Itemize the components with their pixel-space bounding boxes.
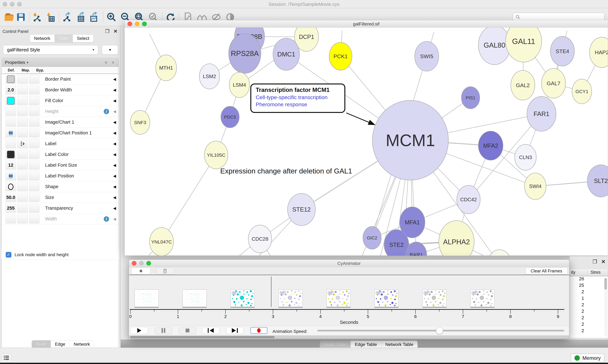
table-row[interactable]: 2 (567, 309, 608, 315)
mapping-cell[interactable] (17, 161, 28, 170)
bypass-cell[interactable] (29, 161, 40, 170)
frame-thumbnail-1[interactable] (182, 289, 207, 307)
expand-row-icon[interactable]: ◀ (113, 174, 116, 178)
import-table-icon[interactable] (45, 11, 56, 23)
expand-row-icon[interactable]: ◀ (113, 184, 116, 189)
mapping-cell[interactable] (17, 193, 28, 202)
default-value-cell[interactable] (6, 75, 16, 84)
bypass-cell[interactable] (29, 150, 40, 159)
tab-network[interactable]: Network (69, 340, 94, 348)
export-network-icon[interactable] (61, 11, 72, 23)
property-row-height[interactable]: Heighti◀ (2, 106, 119, 117)
tab-network[interactable]: Network (30, 35, 55, 42)
tab-node[interactable]: Node (32, 340, 51, 348)
property-row-transparency[interactable]: 255Transparency◀ (2, 203, 119, 214)
search-input[interactable] (521, 14, 600, 20)
close-panel-icon[interactable]: ✕ (601, 259, 606, 265)
expand-row-icon[interactable]: ◀ (113, 120, 116, 124)
bypass-cell[interactable] (29, 107, 40, 116)
mapping-cell[interactable] (17, 139, 28, 148)
network-window-titlebar[interactable]: galFiltered.sif (124, 20, 608, 27)
property-row-label-font-size[interactable]: 12Label Font Size◀ (2, 160, 119, 171)
zoom-in-icon[interactable] (106, 11, 117, 23)
expand-row-icon[interactable]: ◀ (113, 99, 116, 103)
bypass-cell[interactable] (29, 182, 40, 191)
bypass-cell[interactable] (29, 75, 40, 84)
expand-all-icon[interactable]: » (104, 60, 109, 65)
delete-frame-button[interactable] (156, 268, 174, 274)
default-value-cell[interactable]: 50.0 (6, 193, 16, 202)
table-row[interactable]: 2 (567, 322, 608, 328)
default-value-cell[interactable]: 12 (6, 161, 16, 170)
cyanimator-timeline[interactable]: 0123456789 Seconds (129, 276, 569, 325)
export-table-icon[interactable] (75, 11, 86, 23)
default-value-cell[interactable] (6, 150, 16, 159)
toggle-panels-button[interactable] (2, 353, 11, 362)
export-image-icon[interactable] (88, 11, 99, 23)
default-value-cell[interactable] (6, 96, 16, 105)
annotation-link[interactable]: Pheromone response (256, 101, 344, 107)
info-icon[interactable]: i (104, 109, 109, 114)
float-panel-icon[interactable]: ❐ (593, 259, 597, 265)
column-header[interactable]: Stres (591, 270, 601, 275)
save-session-icon[interactable] (15, 11, 27, 23)
lock-node-size-checkbox[interactable]: ✓ (6, 252, 11, 258)
default-value-cell[interactable]: 255 (6, 204, 16, 213)
default-value-cell[interactable] (6, 171, 16, 181)
expand-row-icon[interactable]: ◀ (113, 142, 116, 146)
property-row-width[interactable]: Widthi◀ (2, 214, 119, 224)
property-row-size[interactable]: 50.0Size◀ (2, 192, 119, 203)
property-row-image-chart-position-1[interactable]: Image/Chart Position 1◀ (2, 128, 119, 138)
tab-edge-table[interactable]: Edge Table (351, 341, 381, 348)
table-row[interactable]: 2 (567, 302, 608, 309)
property-row-border-paint[interactable]: Border Paint◀ (2, 74, 119, 85)
clear-all-frames-button[interactable]: Clear All Frames (525, 268, 567, 274)
bypass-cell[interactable] (29, 118, 40, 127)
timeline-playhead[interactable] (271, 277, 271, 307)
frame-thumbnail-7[interactable] (470, 289, 495, 307)
tab-network-table[interactable]: Network Table (381, 341, 417, 348)
table-row[interactable]: 2 (567, 315, 608, 322)
collapse-all-icon[interactable]: » (110, 60, 115, 65)
mapping-cell[interactable] (17, 150, 28, 159)
default-value-cell[interactable] (6, 118, 16, 127)
default-value-cell[interactable] (6, 215, 16, 223)
property-row-label-position[interactable]: Label Position◀ (2, 171, 119, 181)
annotation-box[interactable]: Transcription factor MCM1 Cell-type-spec… (250, 83, 345, 113)
float-panel-icon[interactable]: ❐ (105, 28, 110, 34)
memory-button[interactable]: Memory (571, 353, 605, 363)
annotation-link[interactable]: Cell-type-specific transcription (256, 94, 344, 100)
table-row[interactable]: 25 (567, 283, 608, 289)
frame-thumbnail-0[interactable] (135, 289, 159, 307)
stop-button[interactable] (179, 327, 196, 334)
edge-YNL047C-YIL105C[interactable] (162, 155, 216, 242)
table-row[interactable]: 1 (567, 296, 608, 302)
expand-row-icon[interactable]: ◀ (113, 195, 116, 200)
default-value-cell[interactable] (6, 107, 16, 116)
property-row-label[interactable]: Label◀ (2, 138, 119, 149)
info-icon[interactable]: i (104, 216, 109, 222)
frame-thumbnail-6[interactable] (422, 289, 446, 307)
property-row-fill-color[interactable]: Fill Color◀ (2, 95, 119, 106)
mapping-cell[interactable] (17, 86, 28, 94)
open-session-icon[interactable] (3, 11, 14, 23)
slider-thumb[interactable] (436, 327, 443, 334)
mapping-cell[interactable] (17, 182, 28, 191)
frames-scrollbar[interactable] (129, 335, 569, 339)
properties-header[interactable]: Properties ▾ » » (2, 58, 119, 67)
animation-speed-slider[interactable] (317, 330, 564, 331)
expand-row-icon[interactable]: ◀ (113, 206, 116, 210)
add-frame-button[interactable]: + (131, 268, 151, 274)
property-row-image-chart-1[interactable]: Image/Chart 1◀ (2, 117, 119, 128)
style-options-button[interactable]: ▾ (102, 45, 118, 54)
table-scrollbar[interactable] (604, 277, 607, 336)
close-panel-icon[interactable]: ✕ (113, 28, 117, 34)
column-header[interactable]: ity (571, 270, 575, 275)
expand-row-icon[interactable]: ◀ (113, 109, 116, 114)
mapping-cell[interactable] (17, 96, 28, 105)
mapping-cell[interactable] (17, 107, 28, 116)
pause-button[interactable] (155, 327, 172, 334)
property-row-shape[interactable]: Shape◀ (2, 181, 119, 192)
table-header[interactable]: ity Stres (567, 269, 608, 276)
tab-edge[interactable]: Edge (51, 340, 69, 348)
